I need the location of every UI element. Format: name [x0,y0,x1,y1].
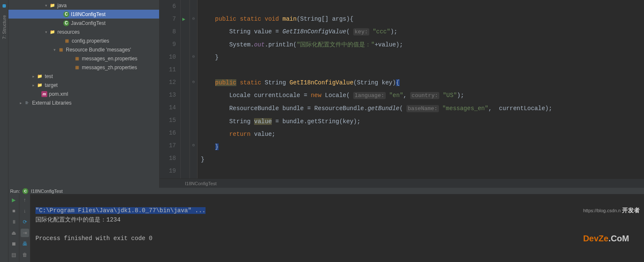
watermark: https://blog.csdn.n 开发者 DevZe.CoM [583,187,640,262]
run-config-name[interactable]: I18NConfigTest [31,189,62,194]
fold-marker[interactable] [190,101,197,114]
line-number[interactable]: 15 [160,114,176,127]
tree-item[interactable]: ▸📁test [8,72,159,81]
tool-icon[interactable] [3,4,6,8]
bundle-icon: ▦ [57,46,64,53]
line-number[interactable]: 18 [160,152,176,165]
run-header: Run: C I18NConfigTest [8,188,644,194]
breadcrumb-item[interactable]: I18NConfigTest [185,181,216,186]
tree-item[interactable]: CJavaConfigTest [8,19,159,27]
editor: 678910111213141516171819 ▶ ⊖⊖⊖⊖ public s… [160,0,644,188]
tree-item[interactable]: ▸⊪External Libraries [8,98,159,107]
fold-marker[interactable]: ⊖ [190,76,197,89]
tree-expand-arrow[interactable]: ▾ [51,48,57,52]
line-number[interactable]: 10 [160,51,176,63]
props-icon: ▦ [73,64,80,71]
code-line[interactable]: return value; [201,128,644,140]
line-number[interactable]: 13 [160,89,176,101]
rerun-button[interactable]: ▶ [10,196,18,204]
line-number[interactable]: 16 [160,127,176,139]
fold-marker[interactable] [190,25,197,38]
tree-item[interactable]: ▦messages_en.properties [8,54,159,63]
soft-wrap-button[interactable]: ⟳ [21,218,29,226]
code-line[interactable]: } [201,51,644,64]
fold-marker[interactable] [190,0,197,13]
code-line[interactable]: Locale currentLocale = new Locale( langu… [201,89,644,102]
fold-marker[interactable] [190,165,197,177]
code-line[interactable] [201,0,644,13]
tree-item[interactable]: ▸📁target [8,81,159,89]
code-line[interactable] [201,166,644,178]
fold-gutter[interactable]: ⊖⊖⊖⊖ [190,0,198,178]
pause-button[interactable]: ⏸ [10,218,18,226]
more-button[interactable]: ▤ [10,251,18,259]
line-number[interactable]: 19 [160,165,176,177]
tree-expand-arrow[interactable]: ▸ [30,74,36,78]
tree-item[interactable]: mpom.xml [8,89,159,98]
code-line[interactable]: ResourceBundle bundle = ResourceBundle.g… [201,102,644,115]
tree-item-label: Resource Bundle 'messages' [66,47,131,53]
props-icon: ▦ [63,38,70,44]
line-number[interactable]: 17 [160,139,176,152]
fold-marker[interactable]: ⊖ [190,51,197,63]
fold-marker[interactable] [190,127,197,139]
line-number[interactable]: 9 [160,38,176,51]
breadcrumb-bar[interactable]: I18NConfigTest [160,178,644,188]
code-text[interactable]: public static void main(String[] args){ … [198,0,644,178]
fold-marker[interactable] [190,114,197,127]
clear-button[interactable]: 🗑 [21,251,29,259]
tree-expand-arrow[interactable]: ▾ [43,3,49,8]
folder-icon: 📁 [49,29,56,35]
scroll-down-button[interactable]: ↓ [21,207,29,215]
line-number[interactable]: 12 [160,76,176,89]
folder-icon: 📁 [36,73,43,80]
console-line: 国际化配置文件中的值是：1234 [35,216,121,223]
code-line[interactable]: String value = bundle.getString(key); [201,115,644,128]
dump-button[interactable]: ⏏ [10,229,18,237]
run-line-icon[interactable]: ▶ [181,16,185,22]
console-exit: Process finished with exit code 0 [35,235,152,242]
code-line[interactable]: public static void main(String[] args){ [201,13,644,25]
line-number[interactable]: 14 [160,101,176,114]
tree-item[interactable]: ▾📁java [8,1,159,10]
fold-marker[interactable] [190,63,197,76]
code-line[interactable] [201,64,644,76]
run-gutter[interactable]: ▶ [181,0,190,178]
tree-expand-arrow[interactable]: ▾ [43,30,49,34]
line-number[interactable]: 11 [160,63,176,76]
tree-item[interactable]: CI18NConfigTest [8,10,159,19]
code-line[interactable]: } [201,153,644,166]
exit-button[interactable]: ⏹ [10,240,18,248]
project-tool-window[interactable]: ▾📁javaCI18NConfigTestCJavaConfigTest▾📁re… [8,0,160,188]
fold-marker[interactable] [190,89,197,101]
code-line[interactable]: System.out.println("国际化配置文件中的值是："+value)… [201,38,644,51]
code-line[interactable]: String value = GetI18nConfigValue( key: … [201,25,644,38]
line-number[interactable]: 7 [160,13,176,25]
fold-marker[interactable]: ⊖ [190,13,197,25]
code-line[interactable]: } [201,140,644,153]
maven-icon: m [41,91,47,97]
structure-tab[interactable]: 7: Structure [1,14,8,41]
tree-item[interactable]: ▦messages_zh.properties [8,63,159,72]
code-line[interactable]: public static String GetI18nConfigValue(… [201,76,644,89]
line-number[interactable]: 6 [160,0,176,13]
tree-expand-arrow[interactable]: ▸ [30,83,36,87]
run-console-output[interactable]: "C:\Program Files\Java\jdk1.8.0_77\bin\j… [30,194,644,262]
tree-item-label: External Libraries [32,100,71,106]
scroll-up-button[interactable]: ↑ [21,196,29,204]
tree-item[interactable]: ▾▦Resource Bundle 'messages' [8,45,159,54]
fold-marker[interactable]: ⊖ [190,139,197,152]
run-toolbar-1: ▶ ■ ⏸ ⏏ ⏹ ▤ [8,194,19,262]
print-button[interactable]: 🖶 [21,240,29,248]
stop-button[interactable]: ■ [10,207,18,215]
run-toolbar-2: ↑ ↓ ⟳ ⇥ 🖶 🗑 [19,194,30,262]
tree-item-label: resources [57,29,80,35]
line-number[interactable]: 8 [160,25,176,38]
fold-marker[interactable] [190,38,197,51]
scroll-to-end-button[interactable]: ⇥ [21,229,29,237]
tree-item[interactable]: ▦config.properties [8,36,159,45]
tree-expand-arrow[interactable]: ▸ [18,101,24,105]
fold-marker[interactable] [190,152,197,165]
tree-item[interactable]: ▾📁resources [8,27,159,36]
line-number-gutter[interactable]: 678910111213141516171819 [160,0,181,178]
